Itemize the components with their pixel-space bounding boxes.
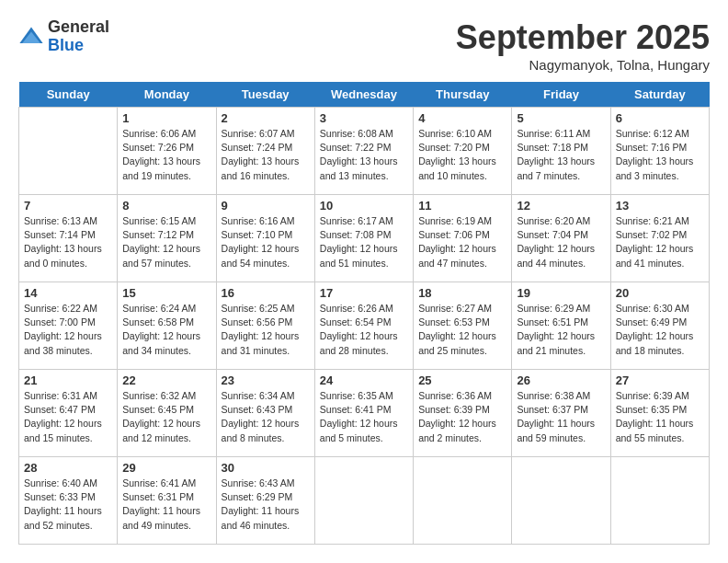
day-info: Sunrise: 6:12 AMSunset: 7:16 PMDaylight:… (616, 127, 704, 183)
date-number: 7 (24, 199, 112, 213)
day-info: Sunrise: 6:35 AMSunset: 6:41 PMDaylight:… (320, 389, 408, 445)
day-info: Sunrise: 6:25 AMSunset: 6:56 PMDaylight:… (222, 302, 310, 358)
day-cell-20: 20Sunrise: 6:30 AMSunset: 6:49 PMDayligh… (610, 282, 709, 370)
date-number: 18 (418, 286, 506, 300)
day-header-friday: Friday (512, 82, 610, 108)
date-number: 24 (320, 373, 408, 387)
date-number: 23 (222, 373, 310, 387)
date-number: 25 (418, 373, 506, 387)
location: Nagymanyok, Tolna, Hungary (456, 57, 710, 73)
day-info: Sunrise: 6:13 AMSunset: 7:14 PMDaylight:… (24, 214, 112, 270)
day-info: Sunrise: 6:16 AMSunset: 7:10 PMDaylight:… (222, 214, 310, 270)
logo-general: General (48, 18, 109, 37)
day-header-thursday: Thursday (414, 82, 512, 108)
day-info: Sunrise: 6:11 AMSunset: 7:18 PMDaylight:… (517, 127, 605, 183)
day-cell-4: 4Sunrise: 6:10 AMSunset: 7:20 PMDaylight… (414, 108, 512, 195)
empty-cell (19, 108, 118, 195)
date-number: 21 (24, 373, 112, 387)
week-row-3: 14Sunrise: 6:22 AMSunset: 7:00 PMDayligh… (19, 282, 710, 370)
day-cell-1: 1Sunrise: 6:06 AMSunset: 7:26 PMDaylight… (118, 108, 216, 195)
day-header-row: SundayMondayTuesdayWednesdayThursdayFrid… (19, 82, 710, 108)
date-number: 22 (122, 373, 210, 387)
week-row-1: 1Sunrise: 6:06 AMSunset: 7:26 PMDaylight… (19, 108, 710, 195)
day-cell-17: 17Sunrise: 6:26 AMSunset: 6:54 PMDayligh… (314, 282, 413, 370)
day-info: Sunrise: 6:27 AMSunset: 6:53 PMDaylight:… (418, 302, 506, 358)
day-info: Sunrise: 6:36 AMSunset: 6:39 PMDaylight:… (418, 389, 506, 445)
empty-cell (414, 457, 512, 545)
day-cell-15: 15Sunrise: 6:24 AMSunset: 6:58 PMDayligh… (118, 282, 216, 370)
date-number: 8 (122, 199, 210, 213)
day-cell-7: 7Sunrise: 6:13 AMSunset: 7:14 PMDaylight… (19, 195, 118, 282)
date-number: 16 (222, 286, 310, 300)
day-info: Sunrise: 6:39 AMSunset: 6:35 PMDaylight:… (616, 389, 704, 445)
day-info: Sunrise: 6:29 AMSunset: 6:51 PMDaylight:… (517, 302, 605, 358)
day-info: Sunrise: 6:06 AMSunset: 7:26 PMDaylight:… (122, 127, 210, 183)
empty-cell (610, 457, 709, 545)
date-number: 1 (122, 111, 210, 125)
day-header-saturday: Saturday (610, 82, 709, 108)
day-info: Sunrise: 6:08 AMSunset: 7:22 PMDaylight:… (320, 127, 408, 183)
logo: General Blue (18, 18, 109, 55)
day-cell-3: 3Sunrise: 6:08 AMSunset: 7:22 PMDaylight… (314, 108, 413, 195)
logo-text: General Blue (48, 18, 109, 55)
day-header-wednesday: Wednesday (314, 82, 413, 108)
day-info: Sunrise: 6:31 AMSunset: 6:47 PMDaylight:… (24, 389, 112, 445)
date-number: 30 (222, 461, 310, 475)
day-cell-12: 12Sunrise: 6:20 AMSunset: 7:04 PMDayligh… (512, 195, 610, 282)
day-info: Sunrise: 6:10 AMSunset: 7:20 PMDaylight:… (418, 127, 506, 183)
date-number: 2 (222, 111, 310, 125)
day-info: Sunrise: 6:17 AMSunset: 7:08 PMDaylight:… (320, 214, 408, 270)
date-number: 10 (320, 199, 408, 213)
date-number: 20 (616, 286, 704, 300)
day-header-tuesday: Tuesday (216, 82, 314, 108)
date-number: 17 (320, 286, 408, 300)
header: General Blue September 2025 Nagymanyok, … (18, 18, 710, 73)
day-info: Sunrise: 6:07 AMSunset: 7:24 PMDaylight:… (222, 127, 310, 183)
calendar-table: SundayMondayTuesdayWednesdayThursdayFrid… (18, 82, 710, 545)
date-number: 29 (122, 461, 210, 475)
day-cell-30: 30Sunrise: 6:43 AMSunset: 6:29 PMDayligh… (216, 457, 314, 545)
day-info: Sunrise: 6:21 AMSunset: 7:02 PMDaylight:… (616, 214, 704, 270)
day-info: Sunrise: 6:26 AMSunset: 6:54 PMDaylight:… (320, 302, 408, 358)
day-cell-2: 2Sunrise: 6:07 AMSunset: 7:24 PMDaylight… (216, 108, 314, 195)
day-cell-23: 23Sunrise: 6:34 AMSunset: 6:43 PMDayligh… (216, 370, 314, 457)
day-info: Sunrise: 6:15 AMSunset: 7:12 PMDaylight:… (122, 214, 210, 270)
week-row-2: 7Sunrise: 6:13 AMSunset: 7:14 PMDaylight… (19, 195, 710, 282)
day-info: Sunrise: 6:30 AMSunset: 6:49 PMDaylight:… (616, 302, 704, 358)
day-cell-28: 28Sunrise: 6:40 AMSunset: 6:33 PMDayligh… (19, 457, 118, 545)
date-number: 13 (616, 199, 704, 213)
day-header-sunday: Sunday (19, 82, 118, 108)
title-area: September 2025 Nagymanyok, Tolna, Hungar… (456, 18, 710, 73)
date-number: 6 (616, 111, 704, 125)
day-info: Sunrise: 6:19 AMSunset: 7:06 PMDaylight:… (418, 214, 506, 270)
day-cell-24: 24Sunrise: 6:35 AMSunset: 6:41 PMDayligh… (314, 370, 413, 457)
day-info: Sunrise: 6:20 AMSunset: 7:04 PMDaylight:… (517, 214, 605, 270)
day-cell-5: 5Sunrise: 6:11 AMSunset: 7:18 PMDaylight… (512, 108, 610, 195)
day-cell-14: 14Sunrise: 6:22 AMSunset: 7:00 PMDayligh… (19, 282, 118, 370)
day-cell-21: 21Sunrise: 6:31 AMSunset: 6:47 PMDayligh… (19, 370, 118, 457)
date-number: 5 (517, 111, 605, 125)
week-row-4: 21Sunrise: 6:31 AMSunset: 6:47 PMDayligh… (19, 370, 710, 457)
date-number: 3 (320, 111, 408, 125)
month-title: September 2025 (456, 18, 710, 57)
empty-cell (314, 457, 413, 545)
day-info: Sunrise: 6:43 AMSunset: 6:29 PMDaylight:… (222, 477, 310, 533)
date-number: 28 (24, 461, 112, 475)
date-number: 26 (517, 373, 605, 387)
day-cell-29: 29Sunrise: 6:41 AMSunset: 6:31 PMDayligh… (118, 457, 216, 545)
day-header-monday: Monday (118, 82, 216, 108)
day-cell-22: 22Sunrise: 6:32 AMSunset: 6:45 PMDayligh… (118, 370, 216, 457)
day-cell-16: 16Sunrise: 6:25 AMSunset: 6:56 PMDayligh… (216, 282, 314, 370)
day-cell-26: 26Sunrise: 6:38 AMSunset: 6:37 PMDayligh… (512, 370, 610, 457)
date-number: 27 (616, 373, 704, 387)
date-number: 14 (24, 286, 112, 300)
date-number: 4 (418, 111, 506, 125)
day-info: Sunrise: 6:40 AMSunset: 6:33 PMDaylight:… (24, 477, 112, 533)
date-number: 15 (122, 286, 210, 300)
week-row-5: 28Sunrise: 6:40 AMSunset: 6:33 PMDayligh… (19, 457, 710, 545)
day-info: Sunrise: 6:38 AMSunset: 6:37 PMDaylight:… (517, 389, 605, 445)
day-cell-11: 11Sunrise: 6:19 AMSunset: 7:06 PMDayligh… (414, 195, 512, 282)
date-number: 19 (517, 286, 605, 300)
day-info: Sunrise: 6:32 AMSunset: 6:45 PMDaylight:… (122, 389, 210, 445)
day-cell-19: 19Sunrise: 6:29 AMSunset: 6:51 PMDayligh… (512, 282, 610, 370)
